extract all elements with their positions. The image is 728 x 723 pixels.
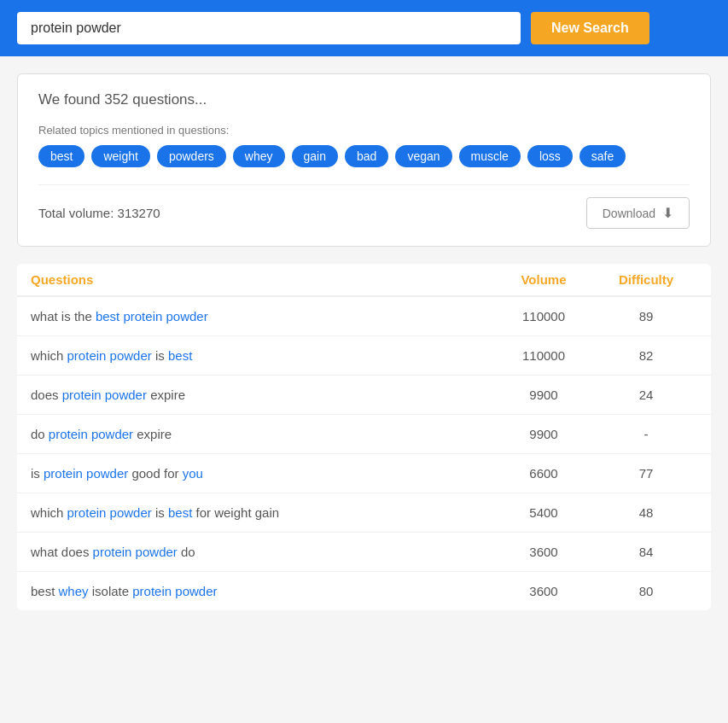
highlighted-word: powder bbox=[136, 545, 178, 559]
table-row[interactable]: what does protein powder do360084 bbox=[17, 533, 711, 572]
tag-whey[interactable]: whey bbox=[233, 145, 285, 167]
volume-value: 6600 bbox=[492, 466, 595, 481]
download-icon: ⬇ bbox=[662, 205, 673, 221]
tag-safe[interactable]: safe bbox=[579, 145, 626, 167]
highlighted-word: best bbox=[96, 309, 119, 324]
col-volume-header: Volume bbox=[492, 272, 595, 287]
highlighted-word: powder bbox=[105, 388, 147, 402]
divider bbox=[38, 184, 690, 185]
table-row[interactable]: best whey isolate protein powder360080 bbox=[17, 572, 711, 610]
volume-value: 9900 bbox=[492, 427, 595, 441]
main-content: We found 352 questions... Related topics… bbox=[0, 56, 728, 627]
question-text: do protein powder expire bbox=[31, 427, 492, 441]
difficulty-value: 82 bbox=[595, 348, 697, 363]
highlighted-word: powder bbox=[166, 309, 207, 324]
tag-best[interactable]: best bbox=[38, 145, 84, 167]
table-body: what is the best protein powder11000089w… bbox=[17, 297, 711, 610]
highlighted-word: protein bbox=[67, 348, 107, 363]
new-search-button[interactable]: New Search bbox=[531, 12, 649, 44]
tags-container: bestweightpowderswheygainbadveganmusclel… bbox=[38, 145, 690, 167]
table-row[interactable]: what is the best protein powder11000089 bbox=[17, 297, 711, 336]
highlighted-word: protein bbox=[62, 388, 102, 402]
highlighted-word: powder bbox=[175, 584, 217, 598]
highlighted-word: protein bbox=[93, 545, 132, 559]
difficulty-value: 77 bbox=[595, 466, 697, 481]
highlighted-word: protein bbox=[67, 505, 107, 520]
search-input[interactable]: protein powder bbox=[17, 12, 521, 44]
highlighted-word: you bbox=[183, 466, 203, 481]
tag-powders[interactable]: powders bbox=[157, 145, 226, 167]
tag-bad[interactable]: bad bbox=[345, 145, 388, 167]
summary-card: We found 352 questions... Related topics… bbox=[17, 73, 711, 247]
results-table: Questions Volume Difficulty what is the … bbox=[17, 264, 711, 610]
total-volume-text: Total volume: 313270 bbox=[38, 206, 160, 220]
question-text: is protein powder good for you bbox=[31, 466, 492, 481]
highlighted-word: powder bbox=[110, 505, 152, 520]
highlighted-word: protein bbox=[132, 584, 172, 598]
table-row[interactable]: does protein powder expire990024 bbox=[17, 376, 711, 415]
difficulty-value: 89 bbox=[595, 309, 697, 324]
volume-value: 3600 bbox=[492, 545, 595, 559]
volume-value: 5400 bbox=[492, 505, 595, 520]
tag-muscle[interactable]: muscle bbox=[459, 145, 521, 167]
highlighted-word: powder bbox=[86, 466, 128, 481]
tag-weight[interactable]: weight bbox=[91, 145, 149, 167]
tag-vegan[interactable]: vegan bbox=[395, 145, 451, 167]
question-text: which protein powder is best bbox=[31, 348, 492, 363]
highlighted-word: powder bbox=[110, 348, 152, 363]
question-text: does protein powder expire bbox=[31, 388, 492, 402]
tag-gain[interactable]: gain bbox=[292, 145, 338, 167]
volume-value: 3600 bbox=[492, 584, 595, 598]
table-row[interactable]: do protein powder expire9900- bbox=[17, 415, 711, 454]
found-text: We found 352 questions... bbox=[38, 91, 690, 108]
download-button[interactable]: Download ⬇ bbox=[586, 197, 690, 229]
table-row[interactable]: which protein powder is best11000082 bbox=[17, 336, 711, 376]
question-text: what is the best protein powder bbox=[31, 309, 492, 324]
download-label: Download bbox=[603, 207, 655, 220]
volume-row: Total volume: 313270 Download ⬇ bbox=[38, 197, 690, 229]
table-header: Questions Volume Difficulty bbox=[17, 264, 711, 297]
highlighted-word: best bbox=[168, 505, 192, 520]
difficulty-value: 24 bbox=[595, 388, 697, 402]
question-text: best whey isolate protein powder bbox=[31, 584, 492, 598]
volume-value: 110000 bbox=[492, 309, 595, 324]
highlighted-word: powder bbox=[91, 427, 133, 441]
header: protein powder New Search bbox=[0, 0, 728, 56]
volume-value: 9900 bbox=[492, 388, 595, 402]
related-topics-label: Related topics mentioned in questions: bbox=[38, 124, 690, 137]
highlighted-word: whey bbox=[59, 584, 89, 598]
highlighted-word: protein bbox=[123, 309, 162, 324]
col-questions-header: Questions bbox=[31, 272, 492, 287]
highlighted-word: best bbox=[168, 348, 192, 363]
highlighted-word: protein bbox=[44, 466, 83, 481]
table-row[interactable]: which protein powder is best for weight … bbox=[17, 493, 711, 533]
volume-value: 110000 bbox=[492, 348, 595, 363]
difficulty-value: - bbox=[595, 427, 697, 441]
question-text: which protein powder is best for weight … bbox=[31, 505, 492, 520]
difficulty-value: 84 bbox=[595, 545, 697, 559]
highlighted-word: protein bbox=[49, 427, 88, 441]
col-difficulty-header: Difficulty bbox=[595, 272, 697, 287]
table-row[interactable]: is protein powder good for you660077 bbox=[17, 454, 711, 493]
question-text: what does protein powder do bbox=[31, 545, 492, 559]
difficulty-value: 80 bbox=[595, 584, 697, 598]
tag-loss[interactable]: loss bbox=[527, 145, 573, 167]
difficulty-value: 48 bbox=[595, 505, 697, 520]
